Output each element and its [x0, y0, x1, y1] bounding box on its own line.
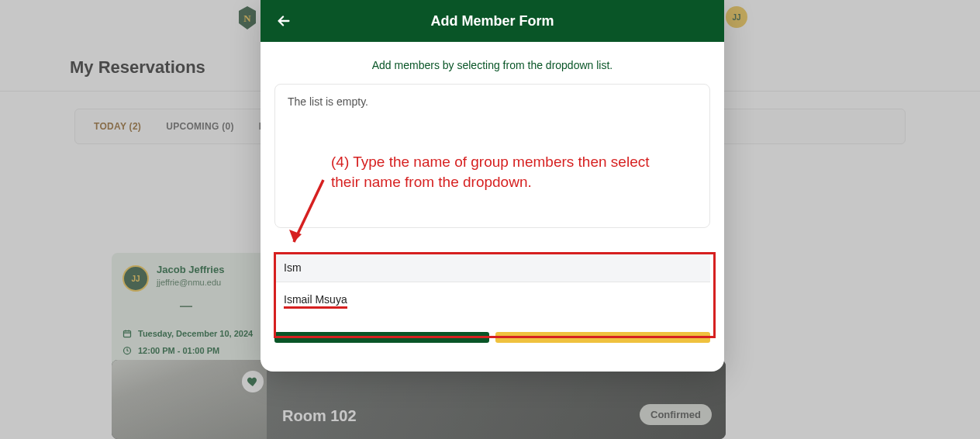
- search-dropdown: Ismail Msuya: [274, 282, 710, 327]
- confirm-button[interactable]: [274, 332, 489, 343]
- arrow-left-icon: [275, 12, 292, 29]
- modal-subtitle: Add members by selecting from the dropdo…: [261, 42, 724, 84]
- member-search-input[interactable]: [274, 253, 710, 282]
- modal-title: Add Member Form: [430, 13, 554, 29]
- modal-button-row: [274, 332, 710, 343]
- empty-list-text: The list is empty.: [288, 95, 697, 108]
- members-list-box: The list is empty.: [274, 84, 710, 228]
- search-area: Ismail Msuya: [274, 253, 710, 327]
- add-member-modal: Add Member Form Add members by selecting…: [261, 0, 724, 372]
- dropdown-option-text: Ismail Msuya: [284, 293, 347, 309]
- dropdown-option[interactable]: Ismail Msuya: [284, 290, 701, 312]
- modal-header: Add Member Form: [261, 0, 724, 42]
- cancel-button[interactable]: [495, 332, 710, 343]
- back-button[interactable]: [274, 12, 293, 30]
